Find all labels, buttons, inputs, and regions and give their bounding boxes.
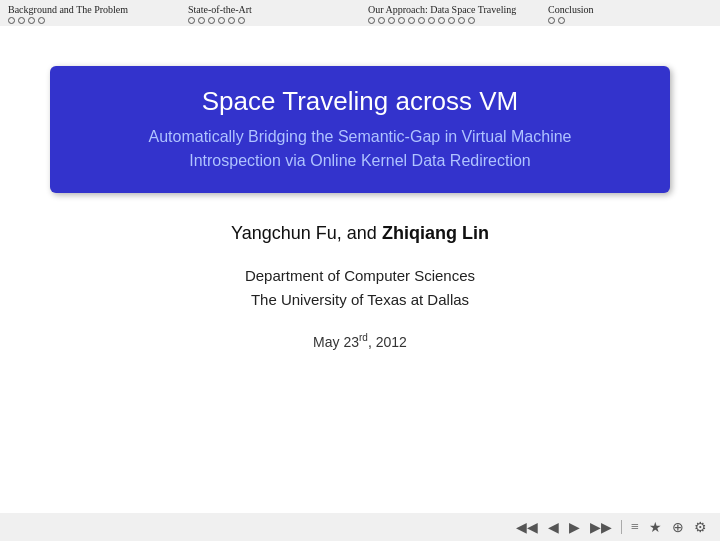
slide-title-sub: Automatically Bridging the Semantic-Gap … — [80, 125, 640, 173]
nav-next-icon[interactable]: ▶ — [566, 517, 583, 538]
nav-dots-2 — [368, 17, 532, 24]
top-navigation: Background and The ProblemState-of-the-A… — [0, 0, 720, 26]
nav-dot-2-7[interactable] — [438, 17, 445, 24]
nav-dot-1-2[interactable] — [208, 17, 215, 24]
nav-section-title-1: State-of-the-Art — [188, 4, 352, 15]
nav-dot-1-4[interactable] — [228, 17, 235, 24]
toc-icon[interactable]: ≡ — [628, 517, 642, 537]
authors-normal: Yangchun Fu, and — [231, 223, 382, 243]
nav-dots-0 — [8, 17, 172, 24]
date-prefix: May 23 — [313, 334, 359, 350]
authors-bold: Zhiqiang Lin — [382, 223, 489, 243]
bottom-toolbar: ◀◀ ◀ ▶ ▶▶ ≡ ★ ⊕ ⚙ — [0, 513, 720, 541]
nav-dot-2-6[interactable] — [428, 17, 435, 24]
affiliation-line2: The University of Texas at Dallas — [251, 291, 469, 308]
nav-dot-2-10[interactable] — [468, 17, 475, 24]
nav-dot-1-1[interactable] — [198, 17, 205, 24]
date-line: May 23rd, 2012 — [313, 332, 407, 350]
nav-dots-1 — [188, 17, 352, 24]
nav-dot-2-8[interactable] — [448, 17, 455, 24]
affiliation-line1: Department of Computer Sciences — [245, 267, 475, 284]
date-sup: rd — [359, 332, 368, 343]
nav-dot-2-0[interactable] — [368, 17, 375, 24]
authors-line: Yangchun Fu, and Zhiqiang Lin — [231, 223, 489, 244]
settings-icon[interactable]: ⚙ — [691, 517, 710, 538]
nav-dot-1-3[interactable] — [218, 17, 225, 24]
nav-prev-icon[interactable]: ◀ — [545, 517, 562, 538]
nav-section-title-3: Conclusion — [548, 4, 712, 15]
nav-dot-2-1[interactable] — [378, 17, 385, 24]
nav-dot-3-0[interactable] — [548, 17, 555, 24]
bookmark-icon[interactable]: ★ — [646, 517, 665, 538]
nav-dot-2-9[interactable] — [458, 17, 465, 24]
nav-dot-1-5[interactable] — [238, 17, 245, 24]
nav-dot-2-5[interactable] — [418, 17, 425, 24]
nav-dot-0-2[interactable] — [28, 17, 35, 24]
affiliation: Department of Computer Sciences The Univ… — [245, 264, 475, 312]
nav-dot-1-0[interactable] — [188, 17, 195, 24]
nav-section-1[interactable]: State-of-the-Art — [180, 4, 360, 24]
nav-dot-0-1[interactable] — [18, 17, 25, 24]
title-box: Space Traveling across VM Automatically … — [50, 66, 670, 193]
nav-dot-0-3[interactable] — [38, 17, 45, 24]
title-sub-line1: Automatically Bridging the Semantic-Gap … — [148, 128, 571, 145]
nav-section-3[interactable]: Conclusion — [540, 4, 720, 24]
nav-section-title-0: Background and The Problem — [8, 4, 172, 15]
nav-dot-2-4[interactable] — [408, 17, 415, 24]
date-suffix: , 2012 — [368, 334, 407, 350]
nav-section-title-2: Our Approach: Data Space Traveling — [368, 4, 532, 15]
nav-first-icon[interactable]: ◀◀ — [513, 517, 541, 538]
nav-section-0[interactable]: Background and The Problem — [0, 4, 180, 24]
slide-content: Space Traveling across VM Automatically … — [0, 26, 720, 523]
nav-dot-2-3[interactable] — [398, 17, 405, 24]
title-sub-line2: Introspection via Online Kernel Data Red… — [189, 152, 531, 169]
nav-dot-3-1[interactable] — [558, 17, 565, 24]
nav-last-icon[interactable]: ▶▶ — [587, 517, 615, 538]
nav-dot-2-2[interactable] — [388, 17, 395, 24]
toolbar-divider — [621, 520, 622, 534]
nav-dot-0-0[interactable] — [8, 17, 15, 24]
slide-title-main: Space Traveling across VM — [80, 86, 640, 117]
zoom-icon[interactable]: ⊕ — [669, 517, 687, 538]
nav-dots-3 — [548, 17, 712, 24]
nav-section-2[interactable]: Our Approach: Data Space Traveling — [360, 4, 540, 24]
